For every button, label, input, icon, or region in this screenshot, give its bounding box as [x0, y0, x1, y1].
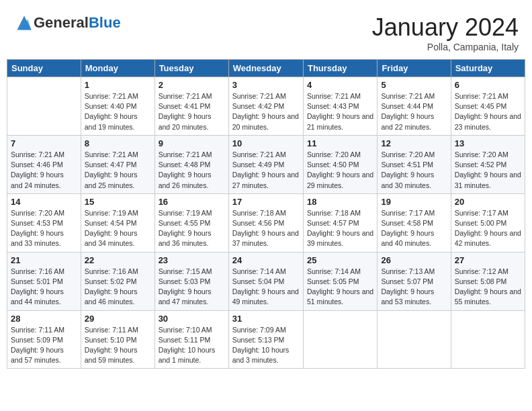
day-info: Sunrise: 7:21 AMSunset: 4:47 PMDaylight:… — [85, 150, 151, 191]
calendar-cell: 26Sunrise: 7:13 AMSunset: 5:07 PMDayligh… — [378, 252, 451, 310]
calendar-cell: 19Sunrise: 7:17 AMSunset: 4:58 PMDayligh… — [378, 193, 451, 252]
day-info: Sunrise: 7:20 AMSunset: 4:52 PMDaylight:… — [455, 150, 521, 191]
day-number: 22 — [85, 255, 151, 265]
day-number: 16 — [159, 197, 225, 207]
location: Polla, Campania, Italy — [372, 42, 519, 52]
day-number: 20 — [455, 197, 521, 207]
calendar-cell: 3Sunrise: 7:21 AMSunset: 4:42 PMDaylight… — [228, 77, 303, 136]
day-number: 23 — [159, 255, 225, 265]
day-number: 28 — [11, 314, 77, 324]
day-number: 5 — [381, 80, 447, 90]
day-number: 24 — [232, 255, 300, 265]
week-row-2: 7Sunrise: 7:21 AMSunset: 4:46 PMDaylight… — [7, 135, 525, 193]
day-info: Sunrise: 7:12 AMSunset: 5:08 PMDaylight:… — [455, 267, 521, 308]
calendar-cell: 8Sunrise: 7:21 AMSunset: 4:47 PMDaylight… — [81, 135, 154, 193]
calendar-cell: 11Sunrise: 7:20 AMSunset: 4:50 PMDayligh… — [303, 135, 377, 193]
day-info: Sunrise: 7:21 AMSunset: 4:45 PMDaylight:… — [455, 91, 521, 132]
day-info: Sunrise: 7:21 AMSunset: 4:41 PMDaylight:… — [159, 91, 225, 132]
week-row-4: 21Sunrise: 7:16 AMSunset: 5:01 PMDayligh… — [7, 252, 525, 310]
calendar-cell: 23Sunrise: 7:15 AMSunset: 5:03 PMDayligh… — [154, 252, 228, 310]
day-number: 11 — [307, 138, 373, 148]
weekday-header-monday: Monday — [81, 60, 154, 77]
day-info: Sunrise: 7:21 AMSunset: 4:46 PMDaylight:… — [11, 150, 77, 191]
day-info: Sunrise: 7:11 AMSunset: 5:09 PMDaylight:… — [11, 325, 77, 366]
logo-icon — [15, 13, 34, 32]
calendar-cell: 27Sunrise: 7:12 AMSunset: 5:08 PMDayligh… — [451, 252, 525, 310]
day-number: 18 — [307, 197, 373, 207]
calendar-cell: 14Sunrise: 7:20 AMSunset: 4:53 PMDayligh… — [7, 193, 81, 252]
logo-text: GeneralBlue — [34, 14, 121, 32]
day-number: 17 — [232, 197, 300, 207]
weekday-header-wednesday: Wednesday — [228, 60, 303, 77]
calendar-cell: 25Sunrise: 7:14 AMSunset: 5:05 PMDayligh… — [303, 252, 377, 310]
day-number: 29 — [85, 314, 151, 324]
day-info: Sunrise: 7:19 AMSunset: 4:54 PMDaylight:… — [85, 208, 151, 249]
day-number: 10 — [232, 138, 300, 148]
day-info: Sunrise: 7:21 AMSunset: 4:42 PMDaylight:… — [232, 91, 300, 132]
day-info: Sunrise: 7:18 AMSunset: 4:57 PMDaylight:… — [307, 208, 373, 249]
day-info: Sunrise: 7:16 AMSunset: 5:02 PMDaylight:… — [85, 267, 151, 308]
weekday-header-sunday: Sunday — [7, 60, 81, 77]
day-info: Sunrise: 7:09 AMSunset: 5:13 PMDaylight:… — [232, 325, 300, 366]
day-number: 21 — [11, 255, 77, 265]
calendar-cell — [451, 310, 525, 369]
calendar-cell: 21Sunrise: 7:16 AMSunset: 5:01 PMDayligh… — [7, 252, 81, 310]
calendar-cell: 30Sunrise: 7:10 AMSunset: 5:11 PMDayligh… — [154, 310, 228, 369]
calendar-cell: 22Sunrise: 7:16 AMSunset: 5:02 PMDayligh… — [81, 252, 154, 310]
day-number: 6 — [455, 80, 521, 90]
day-number: 31 — [232, 314, 300, 324]
calendar-cell — [7, 77, 81, 136]
day-info: Sunrise: 7:21 AMSunset: 4:44 PMDaylight:… — [381, 91, 447, 132]
calendar-cell: 20Sunrise: 7:17 AMSunset: 5:00 PMDayligh… — [451, 193, 525, 252]
calendar-table: SundayMondayTuesdayWednesdayThursdayFrid… — [7, 59, 525, 369]
calendar-cell: 18Sunrise: 7:18 AMSunset: 4:57 PMDayligh… — [303, 193, 377, 252]
day-info: Sunrise: 7:10 AMSunset: 5:11 PMDaylight:… — [159, 325, 225, 366]
calendar-cell — [303, 310, 377, 369]
day-number: 2 — [159, 80, 225, 90]
calendar-cell — [378, 310, 451, 369]
calendar-cell: 15Sunrise: 7:19 AMSunset: 4:54 PMDayligh… — [81, 193, 154, 252]
calendar-cell: 10Sunrise: 7:21 AMSunset: 4:49 PMDayligh… — [228, 135, 303, 193]
logo: GeneralBlue — [13, 13, 121, 32]
day-info: Sunrise: 7:17 AMSunset: 4:58 PMDaylight:… — [381, 208, 447, 249]
day-number: 27 — [455, 255, 521, 265]
calendar-cell: 17Sunrise: 7:18 AMSunset: 4:56 PMDayligh… — [228, 193, 303, 252]
weekday-header-tuesday: Tuesday — [154, 60, 228, 77]
weekday-header-saturday: Saturday — [451, 60, 525, 77]
calendar-cell: 1Sunrise: 7:21 AMSunset: 4:40 PMDaylight… — [81, 77, 154, 136]
day-number: 8 — [85, 138, 151, 148]
day-info: Sunrise: 7:21 AMSunset: 4:49 PMDaylight:… — [232, 150, 300, 191]
calendar-cell: 6Sunrise: 7:21 AMSunset: 4:45 PMDaylight… — [451, 77, 525, 136]
day-number: 30 — [159, 314, 225, 324]
page-header: GeneralBlue January 2024 Polla, Campania… — [7, 7, 525, 56]
day-number: 26 — [381, 255, 447, 265]
day-number: 19 — [381, 197, 447, 207]
week-row-1: 1Sunrise: 7:21 AMSunset: 4:40 PMDaylight… — [7, 77, 525, 136]
day-info: Sunrise: 7:20 AMSunset: 4:53 PMDaylight:… — [11, 208, 77, 249]
month-title: January 2024 — [372, 13, 519, 42]
calendar-cell: 28Sunrise: 7:11 AMSunset: 5:09 PMDayligh… — [7, 310, 81, 369]
calendar-cell: 24Sunrise: 7:14 AMSunset: 5:04 PMDayligh… — [228, 252, 303, 310]
day-number: 25 — [307, 255, 373, 265]
day-info: Sunrise: 7:17 AMSunset: 5:00 PMDaylight:… — [455, 208, 521, 249]
day-info: Sunrise: 7:20 AMSunset: 4:51 PMDaylight:… — [381, 150, 447, 191]
day-number: 4 — [307, 80, 373, 90]
calendar-cell: 12Sunrise: 7:20 AMSunset: 4:51 PMDayligh… — [378, 135, 451, 193]
calendar-cell: 16Sunrise: 7:19 AMSunset: 4:55 PMDayligh… — [154, 193, 228, 252]
week-row-3: 14Sunrise: 7:20 AMSunset: 4:53 PMDayligh… — [7, 193, 525, 252]
day-number: 14 — [11, 197, 77, 207]
calendar-cell: 4Sunrise: 7:21 AMSunset: 4:43 PMDaylight… — [303, 77, 377, 136]
day-info: Sunrise: 7:21 AMSunset: 4:43 PMDaylight:… — [307, 91, 373, 132]
calendar-cell: 13Sunrise: 7:20 AMSunset: 4:52 PMDayligh… — [451, 135, 525, 193]
calendar-cell: 29Sunrise: 7:11 AMSunset: 5:10 PMDayligh… — [81, 310, 154, 369]
day-info: Sunrise: 7:20 AMSunset: 4:50 PMDaylight:… — [307, 150, 373, 191]
day-number: 1 — [85, 80, 151, 90]
day-info: Sunrise: 7:14 AMSunset: 5:05 PMDaylight:… — [307, 267, 373, 308]
day-number: 7 — [11, 138, 77, 148]
day-number: 9 — [159, 138, 225, 148]
day-number: 12 — [381, 138, 447, 148]
day-info: Sunrise: 7:21 AMSunset: 4:40 PMDaylight:… — [85, 91, 151, 132]
day-info: Sunrise: 7:14 AMSunset: 5:04 PMDaylight:… — [232, 267, 300, 308]
day-info: Sunrise: 7:18 AMSunset: 4:56 PMDaylight:… — [232, 208, 300, 249]
calendar-cell: 7Sunrise: 7:21 AMSunset: 4:46 PMDaylight… — [7, 135, 81, 193]
